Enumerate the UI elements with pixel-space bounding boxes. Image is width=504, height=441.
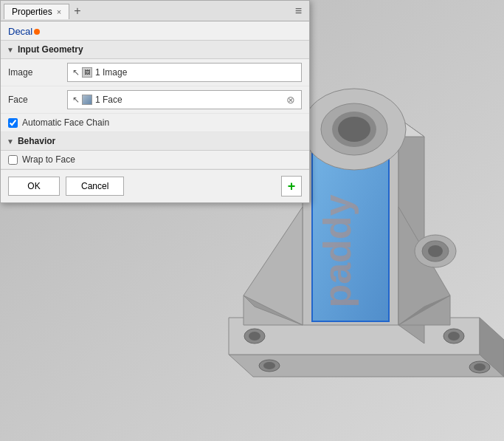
auto-face-chain-checkbox[interactable]: [8, 118, 18, 128]
face-label: Face: [8, 95, 67, 105]
input-geometry-label: Input Geometry: [18, 44, 83, 55]
wrap-to-face-checkbox[interactable]: [8, 155, 18, 165]
image-value: 1 Image: [95, 67, 297, 78]
face-value: 1 Face: [95, 95, 285, 105]
tab-bar: Properties × + ≡: [1, 1, 309, 21]
svg-point-11: [474, 363, 486, 371]
tab-menu-icon[interactable]: ≡: [291, 4, 306, 18]
behavior-collapse-arrow: ▼: [7, 137, 14, 146]
svg-point-20: [338, 117, 370, 142]
decal-header: Decal: [1, 21, 309, 41]
svg-point-7: [448, 332, 460, 341]
svg-point-27: [428, 245, 443, 257]
section-collapse-arrow: ▼: [7, 46, 14, 54]
auto-face-chain-label: Automatic Face Chain: [22, 117, 109, 128]
properties-panel: Properties × + ≡ Decal ▼ Input Geometry …: [0, 0, 310, 203]
behavior-label: Behavior: [18, 136, 55, 146]
modified-dot: [34, 29, 40, 35]
image-icon: 🖼: [82, 67, 92, 78]
properties-tab[interactable]: Properties ×: [4, 4, 69, 19]
tab-label: Properties: [12, 7, 52, 17]
wrap-to-face-row: Wrap to Face: [1, 151, 309, 169]
tab-close-icon[interactable]: ×: [57, 7, 61, 16]
button-row: OK Cancel +: [1, 169, 309, 202]
face-row: Face ↖ 1 Face ⊗: [1, 86, 309, 114]
image-row: Image ↖ 🖼 1 Image: [1, 59, 309, 86]
image-input[interactable]: ↖ 🖼 1 Image: [67, 63, 302, 82]
auto-face-chain-row: Automatic Face Chain: [1, 114, 309, 132]
cancel-button[interactable]: Cancel: [66, 177, 124, 196]
svg-point-5: [249, 332, 260, 341]
cursor-arrow-icon-2: ↖: [72, 95, 80, 105]
svg-text:paddy: paddy: [316, 194, 359, 307]
input-geometry-section-header[interactable]: ▼ Input Geometry: [1, 41, 309, 59]
wrap-to-face-label: Wrap to Face: [22, 154, 75, 165]
add-tab-button[interactable]: +: [71, 4, 83, 18]
add-button[interactable]: +: [281, 176, 302, 196]
behavior-section-header[interactable]: ▼ Behavior: [1, 132, 309, 151]
face-icon: [82, 95, 92, 105]
image-label: Image: [8, 67, 67, 78]
cursor-arrow-icon: ↖: [72, 67, 80, 78]
decal-title: Decal: [8, 26, 32, 37]
ok-button[interactable]: OK: [8, 177, 60, 196]
face-input[interactable]: ↖ 1 Face ⊗: [67, 90, 302, 109]
svg-point-9: [263, 362, 275, 369]
face-clear-button[interactable]: ⊗: [285, 95, 297, 105]
